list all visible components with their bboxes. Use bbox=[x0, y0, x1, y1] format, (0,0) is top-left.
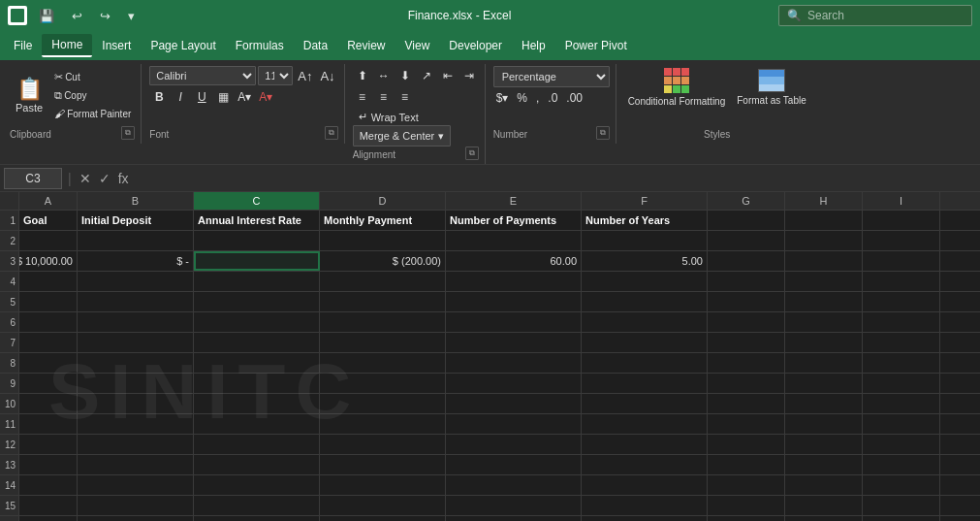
copy-button[interactable]: ⧉ Copy bbox=[50, 86, 135, 104]
col-header-g[interactable]: G bbox=[708, 192, 785, 210]
cell-A11[interactable] bbox=[19, 414, 78, 434]
align-middle-button[interactable]: ↔ bbox=[374, 66, 394, 85]
row-number-8[interactable]: 8 bbox=[0, 353, 19, 373]
italic-button[interactable]: I bbox=[171, 87, 190, 107]
cell-A10[interactable] bbox=[19, 394, 78, 413]
align-bottom-button[interactable]: ⬇ bbox=[395, 66, 415, 85]
conditional-formatting-button[interactable]: Conditional Formatting bbox=[624, 66, 730, 110]
cell-A5[interactable] bbox=[19, 292, 78, 311]
cell-F4[interactable] bbox=[582, 272, 708, 291]
cell-I8[interactable] bbox=[863, 353, 940, 373]
cell-E12[interactable] bbox=[446, 435, 582, 454]
menu-developer[interactable]: Developer bbox=[439, 35, 512, 56]
formula-input[interactable] bbox=[135, 171, 976, 186]
row-number-15[interactable]: 15 bbox=[0, 496, 19, 515]
cell-A6[interactable] bbox=[19, 312, 78, 332]
cell-I4[interactable] bbox=[863, 272, 940, 291]
cell-I3[interactable] bbox=[863, 251, 940, 271]
cell-F6[interactable] bbox=[582, 312, 708, 332]
cell-G13[interactable] bbox=[708, 455, 785, 474]
cell-H13[interactable] bbox=[785, 455, 863, 474]
decrease-font-button[interactable]: A↓ bbox=[317, 66, 337, 85]
row-number-5[interactable]: 5 bbox=[0, 292, 19, 311]
cell-C5[interactable] bbox=[194, 292, 320, 311]
cell-F3[interactable]: 5.00 bbox=[582, 251, 708, 271]
cell-F7[interactable] bbox=[582, 333, 708, 352]
cell-B15[interactable] bbox=[78, 496, 194, 515]
cell-D9[interactable] bbox=[320, 374, 446, 393]
font-expand-button[interactable]: ⧉ bbox=[325, 126, 338, 140]
menu-help[interactable]: Help bbox=[512, 35, 555, 56]
cell-E9[interactable] bbox=[446, 374, 582, 393]
cell-F13[interactable] bbox=[582, 455, 708, 474]
cell-E6[interactable] bbox=[446, 312, 582, 332]
cell-G11[interactable] bbox=[708, 414, 785, 434]
cell-E14[interactable] bbox=[446, 475, 582, 495]
cell-reference-box[interactable]: C3 bbox=[4, 168, 62, 189]
cell-C15[interactable] bbox=[194, 496, 320, 515]
cell-A14[interactable] bbox=[19, 475, 78, 495]
cancel-formula-button[interactable]: ✕ bbox=[78, 171, 93, 186]
cell-B9[interactable] bbox=[78, 374, 194, 393]
cell-I14[interactable] bbox=[863, 475, 940, 495]
cell-F1[interactable]: Number of Years bbox=[582, 211, 708, 230]
cell-C13[interactable] bbox=[194, 455, 320, 474]
cell-G4[interactable] bbox=[708, 272, 785, 291]
cell-G8[interactable] bbox=[708, 353, 785, 373]
format-as-table-button[interactable]: Format as Table bbox=[733, 66, 810, 110]
text-direction-button[interactable]: ↗ bbox=[417, 66, 436, 85]
cell-C1[interactable]: Annual Interest Rate bbox=[194, 211, 320, 230]
font-color-button[interactable]: A▾ bbox=[256, 87, 275, 107]
cell-E15[interactable] bbox=[446, 496, 582, 515]
menu-file[interactable]: File bbox=[4, 35, 42, 56]
cell-I13[interactable] bbox=[863, 455, 940, 474]
cell-F12[interactable] bbox=[582, 435, 708, 454]
cell-I2[interactable] bbox=[863, 231, 940, 250]
cell-B2[interactable] bbox=[78, 231, 194, 250]
row-number-12[interactable]: 12 bbox=[0, 435, 19, 454]
cell-D6[interactable] bbox=[320, 312, 446, 332]
cell-G16[interactable] bbox=[708, 516, 785, 521]
cell-E4[interactable] bbox=[446, 272, 582, 291]
menu-data[interactable]: Data bbox=[294, 35, 337, 56]
cell-B7[interactable] bbox=[78, 333, 194, 352]
cell-C9[interactable] bbox=[194, 374, 320, 393]
row-number-1[interactable]: 1 bbox=[0, 211, 19, 230]
col-header-c[interactable]: C bbox=[194, 192, 320, 210]
search-input[interactable] bbox=[807, 9, 963, 22]
cell-C6[interactable] bbox=[194, 312, 320, 332]
comma-button[interactable]: , bbox=[533, 90, 542, 106]
cell-G7[interactable] bbox=[708, 333, 785, 352]
font-size-select[interactable]: 11 bbox=[258, 66, 293, 85]
cell-A4[interactable] bbox=[19, 272, 78, 291]
row-number-7[interactable]: 7 bbox=[0, 333, 19, 352]
wrap-text-button[interactable]: ↵ Wrap Text bbox=[353, 109, 425, 125]
cut-button[interactable]: ✂ Cut bbox=[50, 68, 135, 85]
cell-C2[interactable] bbox=[194, 231, 320, 250]
cell-D2[interactable] bbox=[320, 231, 446, 250]
menu-page-layout[interactable]: Page Layout bbox=[141, 35, 225, 56]
cell-F10[interactable] bbox=[582, 394, 708, 413]
row-number-2[interactable]: 2 bbox=[0, 231, 19, 250]
clipboard-expand-button[interactable]: ⧉ bbox=[121, 126, 135, 140]
cell-G12[interactable] bbox=[708, 435, 785, 454]
percent-button[interactable]: % bbox=[514, 90, 530, 106]
cell-E1[interactable]: Number of Payments bbox=[446, 211, 582, 230]
cell-A1[interactable]: Goal bbox=[19, 211, 78, 230]
cell-H14[interactable] bbox=[785, 475, 863, 495]
cell-B16[interactable] bbox=[78, 516, 194, 521]
col-header-h[interactable]: H bbox=[785, 192, 863, 210]
customize-button[interactable]: ▾ bbox=[122, 7, 141, 25]
col-header-a[interactable]: A bbox=[19, 192, 78, 210]
cell-D4[interactable] bbox=[320, 272, 446, 291]
cell-D10[interactable] bbox=[320, 394, 446, 413]
cell-F14[interactable] bbox=[582, 475, 708, 495]
cell-E11[interactable] bbox=[446, 414, 582, 434]
indent-increase-button[interactable]: ⇥ bbox=[459, 66, 479, 85]
undo-button[interactable]: ↩ bbox=[66, 7, 88, 25]
cell-I16[interactable] bbox=[863, 516, 940, 521]
cell-F15[interactable] bbox=[582, 496, 708, 515]
row-number-13[interactable]: 13 bbox=[0, 455, 19, 474]
confirm-formula-button[interactable]: ✓ bbox=[97, 171, 112, 186]
cell-B10[interactable] bbox=[78, 394, 194, 413]
